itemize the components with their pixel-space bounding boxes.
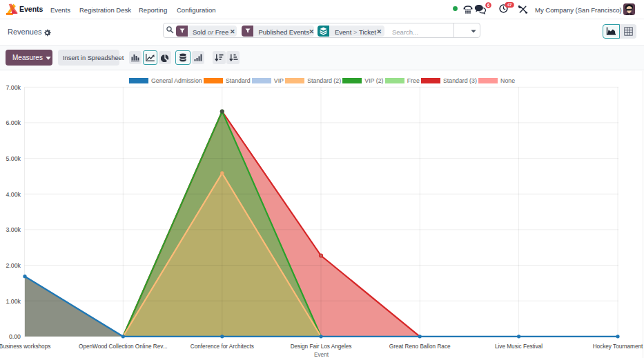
svg-text:Event: Event	[314, 352, 329, 358]
svg-text:7.00k: 7.00k	[6, 84, 21, 91]
svg-text:Great Reno Ballon Race: Great Reno Ballon Race	[389, 344, 451, 350]
svg-text:Conference for Architects: Conference for Architects	[191, 344, 254, 350]
svg-text:47: 47	[507, 2, 512, 7]
svg-text:2.00k: 2.00k	[6, 262, 21, 269]
svg-text:OpenWood Collection Online Rev: OpenWood Collection Online Rev...	[79, 344, 168, 350]
svg-text:6.00k: 6.00k	[6, 119, 21, 126]
svg-text:0.00: 0.00	[9, 333, 21, 340]
svg-text:5.00k: 5.00k	[6, 155, 21, 162]
svg-text:Design Fair Los Angeles: Design Fair Los Angeles	[291, 344, 352, 350]
svg-text:4.00k: 4.00k	[6, 191, 21, 198]
svg-text:6: 6	[487, 3, 490, 8]
svg-text:1.00k: 1.00k	[6, 298, 21, 305]
svg-text:Hockey Tournament: Hockey Tournament	[593, 344, 643, 350]
svg-text:Live Music Festival: Live Music Festival	[495, 344, 543, 350]
svg-text:Business workshops: Business workshops	[0, 344, 50, 350]
svg-text:3.00k: 3.00k	[6, 226, 21, 233]
